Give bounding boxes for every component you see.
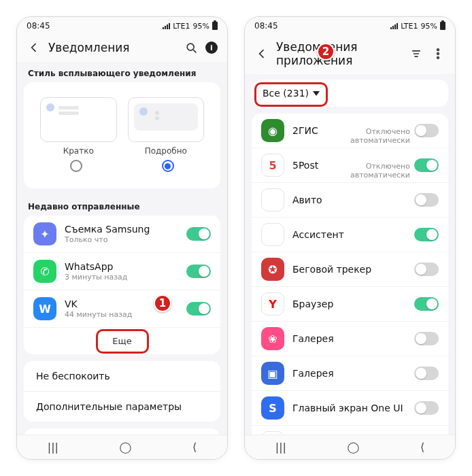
app-name: Съемка Samsung — [65, 224, 178, 235]
app-icon: ◉ — [261, 119, 284, 142]
app-icon: ✪ — [261, 258, 284, 281]
page-title: Уведомления приложения — [276, 40, 402, 67]
filter-dropdown[interactable]: Все (231) — [252, 80, 448, 107]
app-row[interactable]: ❀Галерея — [252, 321, 448, 356]
style-brief-label: Кратко — [63, 146, 94, 156]
toggle[interactable] — [414, 401, 439, 415]
status-time: 08:45 — [27, 21, 50, 31]
section-recent: Недавно отправленные — [17, 195, 227, 216]
nav-recent-icon[interactable]: ||| — [48, 441, 58, 454]
svg-point-0 — [187, 44, 194, 50]
app-row[interactable]: 55PostОтключено автоматически — [252, 148, 448, 182]
other-row[interactable]: Ищете что-то другое? — [24, 428, 220, 435]
app-name: VK — [65, 299, 178, 309]
nav-recent-icon[interactable]: ||| — [275, 441, 286, 454]
app-row[interactable]: YБраузер — [252, 286, 448, 321]
style-option-detail[interactable]: Подробно — [128, 97, 205, 156]
battery-icon — [440, 22, 445, 30]
recent-row[interactable]: WVK44 минуты назад — [24, 290, 220, 327]
app-row[interactable]: SГлавный экран One UI — [252, 390, 448, 425]
dnd-row[interactable]: Не беспокоить — [24, 361, 220, 391]
nav-back-icon[interactable]: ⟨ — [420, 441, 424, 454]
style-card: Кратко Подробно — [24, 82, 220, 188]
toggle[interactable] — [414, 124, 439, 137]
other-card: Ищете что-то другое? — [24, 428, 220, 435]
toggle[interactable] — [414, 228, 439, 241]
app-name: Галерея — [292, 333, 406, 344]
svg-point-7 — [437, 57, 439, 59]
chevron-down-icon — [313, 91, 320, 96]
app-icon: S — [261, 396, 284, 420]
more-label: Еще — [112, 336, 131, 346]
navbar: ||| ◯ ⟨ — [17, 435, 227, 459]
phone-left: 08:45 LTE1 95% Уведомления i Стиль всплы… — [16, 16, 228, 460]
app-auto-label: Отключено автоматически — [315, 127, 410, 145]
app-row[interactable]: ✦Ассистент — [252, 217, 448, 252]
signal-icon — [163, 23, 170, 29]
nav-back-icon[interactable]: ⟨ — [192, 441, 197, 454]
status-batt-pct: 95% — [421, 22, 437, 31]
advanced-row[interactable]: Дополнительные параметры — [24, 391, 220, 422]
svg-line-1 — [193, 50, 196, 52]
app-icon: W — [33, 297, 56, 320]
app-icon: ▣ — [261, 362, 284, 385]
style-preview-detail — [128, 97, 205, 142]
recent-row[interactable]: ✦Съемка SamsungТолько что — [24, 216, 220, 252]
app-row[interactable]: ✪Беговой трекер — [252, 252, 448, 286]
radio-brief[interactable] — [70, 160, 82, 172]
content: Все (231) ◉2ГИСОтключено автоматически55… — [245, 74, 455, 435]
app-icon: ✦ — [33, 222, 56, 245]
content: Стиль всплывающего уведомления Кратко По… — [17, 62, 227, 435]
toggle[interactable] — [186, 227, 211, 241]
recent-row[interactable]: ✆WhatsApp3 минуты назад — [24, 252, 220, 290]
info-icon[interactable]: i — [205, 41, 218, 54]
header: Уведомления приложения 2 — [245, 35, 455, 74]
toggle[interactable] — [414, 158, 439, 172]
section-style: Стиль всплывающего уведомления — [17, 62, 227, 82]
app-row[interactable]: ◉2ГИСОтключено автоматически — [252, 114, 448, 148]
status-bar: 08:45 LTE1 95% — [245, 17, 455, 35]
more-icon[interactable] — [431, 46, 445, 61]
app-icon: ⁘ — [261, 188, 284, 211]
toggle[interactable] — [414, 332, 439, 345]
app-name: Авито — [292, 194, 406, 205]
app-icon: 5 — [261, 154, 284, 177]
header: Уведомления i — [17, 35, 227, 62]
app-icon: ✦ — [261, 223, 284, 246]
settings-card: Не беспокоить Дополнительные параметры — [24, 361, 220, 422]
toggle[interactable] — [186, 302, 211, 316]
back-icon[interactable] — [27, 40, 41, 55]
app-icon: ⌂ — [261, 431, 284, 435]
app-row[interactable]: ⁘Авито — [252, 182, 448, 217]
toggle[interactable] — [414, 193, 439, 207]
app-row[interactable]: ▣Галерея — [252, 356, 448, 390]
radio-detail[interactable] — [162, 160, 174, 172]
filter-label: Все (231) — [263, 88, 309, 99]
status-bar: 08:45 LTE1 95% — [17, 17, 227, 35]
app-sub: 44 минуты назад — [65, 310, 178, 319]
app-name: Главный экран One UI — [292, 403, 406, 413]
toggle[interactable] — [414, 297, 439, 311]
status-net: LTE1 — [401, 22, 418, 31]
recent-card: ✦Съемка SamsungТолько что✆WhatsApp3 мину… — [24, 216, 220, 354]
style-option-brief[interactable]: Кратко — [40, 97, 117, 156]
svg-point-6 — [437, 53, 439, 55]
app-row[interactable]: ⌂Госуслуги — [252, 425, 448, 435]
back-icon[interactable] — [254, 46, 269, 61]
toggle[interactable] — [414, 367, 439, 380]
search-icon[interactable] — [184, 40, 199, 55]
signal-icon — [390, 23, 398, 29]
more-button[interactable]: Еще — [24, 327, 220, 354]
nav-home-icon[interactable]: ◯ — [119, 441, 131, 454]
app-name: Ассистент — [292, 229, 406, 240]
sort-icon[interactable] — [409, 46, 424, 61]
toggle[interactable] — [414, 262, 439, 276]
app-sub: 3 минуты назад — [65, 273, 178, 282]
svg-point-5 — [437, 49, 439, 51]
toggle[interactable] — [186, 265, 211, 278]
phone-right: 08:45 LTE1 95% Уведомления приложения 2 … — [244, 16, 456, 460]
nav-home-icon[interactable]: ◯ — [347, 441, 359, 454]
status-batt-pct: 95% — [193, 22, 209, 31]
app-name: Беговой трекер — [292, 264, 406, 275]
app-sub: Только что — [65, 235, 178, 244]
